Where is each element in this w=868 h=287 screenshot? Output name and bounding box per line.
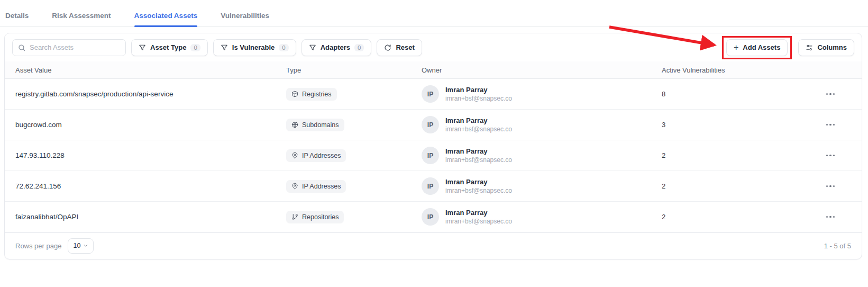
owner-cell: IP Imran Parray imran+bsf@snapsec.co — [422, 116, 662, 133]
owner-email: imran+bsf@snapsec.co — [445, 218, 512, 225]
funnel-icon — [221, 44, 228, 51]
avatar: IP — [422, 208, 439, 226]
search-assets-box[interactable] — [12, 39, 126, 56]
package-icon — [291, 91, 298, 97]
column-header-owner: Owner — [422, 66, 662, 74]
reset-label: Reset — [396, 43, 414, 51]
filter-adapters-button[interactable]: Adapters 0 — [301, 39, 372, 56]
avatar: IP — [422, 116, 439, 133]
active-vulnerabilities-count: 8 — [662, 90, 810, 98]
tab-associated-assets[interactable]: Associated Assets — [134, 12, 198, 26]
git-branch-icon — [291, 213, 298, 220]
owner-name: Imran Parray — [445, 147, 512, 155]
filter-count: 0 — [190, 44, 200, 51]
reset-icon — [384, 44, 391, 51]
owner-name: Imran Parray — [445, 209, 512, 217]
pagination-bar: Rows per page 10 1 - 5 of 5 — [5, 232, 862, 258]
globe-icon — [291, 121, 298, 128]
plus-icon: + — [734, 43, 738, 52]
owner-cell: IP Imran Parray imran+bsf@snapsec.co — [422, 85, 662, 103]
columns-label: Columns — [817, 43, 847, 51]
table-row[interactable]: faizanalibhat/OpAPI Repositories IP Imra… — [5, 202, 862, 232]
columns-button[interactable]: Columns — [798, 39, 854, 56]
active-vulnerabilities-count: 2 — [662, 182, 810, 190]
tab-risk-assessment[interactable]: Risk Assessment — [52, 12, 111, 26]
avatar: IP — [422, 147, 439, 164]
tab-bar: Details Risk Assessment Associated Asset… — [0, 0, 868, 27]
type-badge: IP Addresses — [286, 180, 346, 193]
type-badge: IP Addresses — [286, 149, 346, 162]
type-label: IP Addresses — [302, 183, 341, 190]
active-vulnerabilities-count: 3 — [662, 121, 810, 129]
page-size-select[interactable]: 10 — [68, 238, 94, 254]
assets-toolbar: Asset Type 0 Is Vulnerable 0 Adapters 0 … — [5, 33, 862, 61]
active-vulnerabilities-count: 2 — [662, 213, 810, 221]
map-pin-icon — [291, 152, 298, 159]
type-label: IP Addresses — [302, 152, 341, 159]
associated-assets-page: Details Risk Assessment Associated Asset… — [0, 0, 868, 287]
tab-details[interactable]: Details — [5, 12, 29, 26]
row-actions-button[interactable] — [823, 121, 838, 129]
reset-filters-button[interactable]: Reset — [377, 39, 422, 56]
chevron-down-icon — [83, 243, 88, 248]
owner-email: imran+bsf@snapsec.co — [445, 156, 512, 164]
filter-asset-type-button[interactable]: Asset Type 0 — [131, 39, 208, 56]
filter-count: 0 — [354, 44, 364, 51]
table-row[interactable]: bugcrowd.com Subdomains IP Imran Parray … — [5, 110, 862, 140]
table-header-row: Asset Value Type Owner Active Vulnerabil… — [5, 61, 862, 79]
row-actions-button[interactable] — [823, 213, 838, 221]
owner-name: Imran Parray — [445, 116, 512, 124]
type-badge: Registries — [286, 88, 337, 101]
type-badge: Subdomains — [286, 119, 344, 131]
column-header-type: Type — [286, 66, 422, 74]
type-label: Repositories — [302, 213, 339, 221]
owner-cell: IP Imran Parray imran+bsf@snapsec.co — [422, 208, 662, 226]
filter-label: Adapters — [321, 43, 350, 51]
active-vulnerabilities-count: 2 — [662, 151, 810, 159]
add-assets-highlight-wrap: + Add Assets — [726, 39, 788, 56]
table-row[interactable]: 147.93.110.228 IP Addresses IP Imran Par… — [5, 140, 862, 171]
add-assets-label: Add Assets — [743, 43, 780, 51]
owner-email: imran+bsf@snapsec.co — [445, 95, 512, 102]
avatar: IP — [422, 85, 439, 103]
rows-per-page-label: Rows per page — [15, 242, 61, 250]
owner-cell: IP Imran Parray imran+bsf@snapsec.co — [422, 177, 662, 195]
asset-value: 72.62.241.156 — [15, 182, 286, 190]
map-pin-icon — [291, 183, 298, 190]
tab-vulnerabilities[interactable]: Vulnerabilities — [221, 12, 269, 26]
asset-value: faizanalibhat/OpAPI — [15, 213, 286, 221]
owner-email: imran+bsf@snapsec.co — [445, 125, 512, 133]
type-badge: Repositories — [286, 211, 344, 223]
owner-name: Imran Parray — [445, 178, 512, 186]
asset-value: 147.93.110.228 — [15, 151, 286, 159]
columns-settings-icon — [806, 44, 813, 51]
funnel-icon — [139, 44, 146, 51]
toolbar-right-group: + Add Assets Columns — [726, 39, 854, 56]
type-label: Registries — [302, 91, 332, 98]
owner-cell: IP Imran Parray imran+bsf@snapsec.co — [422, 147, 662, 164]
search-input[interactable] — [30, 43, 120, 51]
pagination-range: 1 - 5 of 5 — [824, 242, 851, 250]
assets-panel: Asset Type 0 Is Vulnerable 0 Adapters 0 … — [4, 33, 862, 259]
column-header-asset-value: Asset Value — [15, 66, 286, 74]
page-size-value: 10 — [73, 242, 80, 249]
funnel-icon — [309, 44, 316, 51]
filter-is-vulnerable-button[interactable]: Is Vulnerable 0 — [213, 39, 296, 56]
row-actions-button[interactable] — [823, 90, 838, 98]
add-assets-button[interactable]: + Add Assets — [726, 39, 788, 56]
owner-name: Imran Parray — [445, 86, 512, 94]
search-icon — [18, 44, 25, 51]
asset-value: bugcrowd.com — [15, 121, 286, 129]
table-row[interactable]: registry.gitlab.com/snapsec/production/a… — [5, 79, 862, 110]
table-row[interactable]: 72.62.241.156 IP Addresses IP Imran Parr… — [5, 171, 862, 202]
type-label: Subdomains — [302, 121, 339, 129]
column-header-active-vulnerabilities: Active Vulnerabilities — [662, 66, 810, 74]
asset-value: registry.gitlab.com/snapsec/production/a… — [15, 90, 286, 98]
owner-email: imran+bsf@snapsec.co — [445, 187, 512, 194]
filter-label: Is Vulnerable — [232, 43, 275, 51]
avatar: IP — [422, 177, 439, 195]
filter-count: 0 — [279, 44, 288, 51]
filter-label: Asset Type — [150, 43, 186, 51]
row-actions-button[interactable] — [823, 151, 838, 159]
row-actions-button[interactable] — [823, 182, 838, 190]
